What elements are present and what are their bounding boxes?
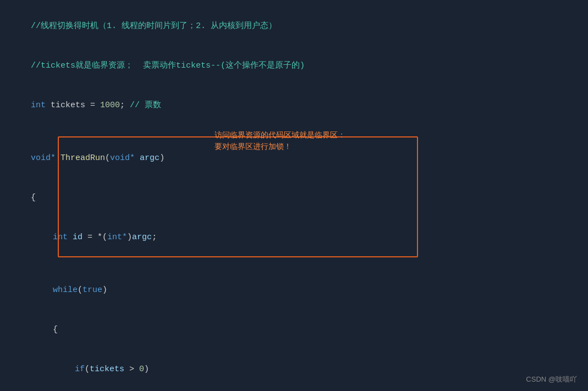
number-0: 0 bbox=[139, 365, 144, 374]
annotation-line-1: 访问临界资源的代码区域就是临界区： bbox=[215, 129, 345, 141]
type-void2: void* bbox=[110, 153, 135, 163]
comment-2: //tickets就是临界资源； 卖票动作tickets--(这个操作不是原子的… bbox=[31, 61, 305, 70]
keyword-if: if bbox=[75, 365, 85, 374]
code-line-8 bbox=[11, 257, 577, 271]
keyword-while: while bbox=[53, 285, 78, 295]
code-line-11: if(tickets > 0) bbox=[11, 350, 577, 389]
var-tickets: tickets bbox=[90, 365, 124, 374]
func-threadrun: ThreadRun bbox=[61, 153, 105, 163]
type-int: int bbox=[31, 101, 46, 110]
comment-1: //线程切换得时机（1. 线程的时间片到了；2. 从内核到用户态） bbox=[31, 21, 277, 31]
code-line-3: int tickets = 1000; // 票数 bbox=[11, 86, 577, 125]
code-line-9: while(true) bbox=[11, 271, 577, 310]
annotation-text: 访问临界资源的代码区域就是临界区： 要对临界区进行加锁！ bbox=[215, 129, 345, 152]
code-editor: //线程切换得时机（1. 线程的时间片到了；2. 从内核到用户态） //tick… bbox=[0, 0, 588, 391]
keyword-true: true bbox=[83, 285, 102, 295]
var-argc: argc bbox=[132, 233, 152, 242]
comment-3: // 票数 bbox=[130, 101, 161, 110]
number-1000: 1000 bbox=[100, 101, 120, 110]
code-line-7: int id = *(int*)argc; bbox=[11, 218, 577, 257]
param-argc: argc bbox=[140, 153, 160, 163]
code-line-1: //线程切换得时机（1. 线程的时间片到了；2. 从内核到用户态） bbox=[11, 7, 577, 46]
var-id: id bbox=[73, 233, 83, 242]
code-line-2: //tickets就是临界资源； 卖票动作tickets--(这个操作不是原子的… bbox=[11, 46, 577, 86]
type-int-cast: int* bbox=[107, 233, 127, 242]
annotation-line-2: 要对临界区进行加锁！ bbox=[215, 141, 345, 152]
code-line-10: { bbox=[11, 310, 577, 350]
type-int-2: int bbox=[53, 233, 68, 242]
type-void: void* bbox=[31, 153, 56, 163]
code-line-6: { bbox=[11, 178, 577, 218]
watermark: CSDN @吱喵吖 bbox=[526, 374, 577, 386]
